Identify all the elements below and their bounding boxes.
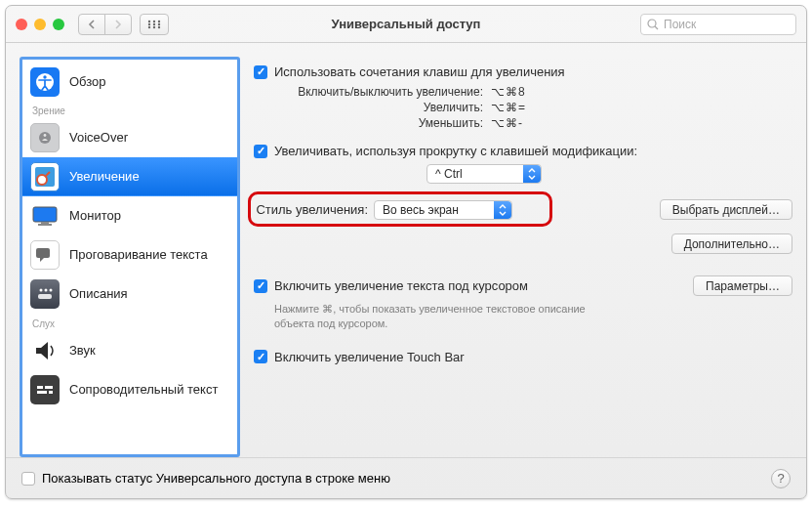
label-toggle-zoom: Включить/выключить увеличение: [254, 85, 483, 99]
hover-hint: Нажмите ⌘, чтобы показать увеличенное те… [274, 302, 626, 332]
accessibility-icon [30, 67, 60, 97]
zoom-icon [30, 162, 60, 191]
checkbox-use-shortcuts[interactable] [254, 65, 267, 79]
checkbox-hover-text[interactable] [254, 279, 267, 293]
grid-icon [147, 20, 161, 29]
speaker-icon [30, 336, 60, 365]
choose-display-button[interactable]: Выбрать дисплей… [660, 199, 792, 220]
svg-point-5 [158, 25, 160, 27]
svg-point-9 [648, 20, 656, 27]
chevron-updown-icon [523, 165, 541, 183]
zoom-style-value: Во весь экран [383, 203, 459, 217]
voiceover-icon [30, 123, 60, 152]
sidebar: Обзор Зрение VoiceOver Увеличение [20, 57, 240, 457]
sidebar-item-label: Описания [69, 286, 128, 301]
svg-point-0 [148, 20, 150, 21]
search-icon [647, 19, 659, 30]
value-zoom-out: ⌥⌘- [491, 116, 523, 130]
advanced-button[interactable]: Дополнительно… [671, 233, 792, 254]
content-pane: Использовать сочетания клавиш для увелич… [254, 57, 792, 457]
sidebar-item-overview[interactable]: Обзор [22, 64, 237, 101]
chevron-updown-icon [494, 201, 511, 219]
checkbox-show-menu-status[interactable] [21, 472, 35, 486]
svg-point-12 [43, 75, 46, 78]
sidebar-item-label: Звук [69, 343, 96, 358]
svg-point-2 [158, 20, 160, 21]
value-toggle-zoom: ⌥⌘8 [491, 85, 526, 99]
sidebar-item-audio[interactable]: Звук [22, 331, 237, 370]
close-window-button[interactable] [16, 19, 27, 30]
speech-icon [30, 240, 60, 270]
sidebar-item-label: Монитор [69, 208, 121, 223]
value-zoom-in: ⌥⌘= [491, 101, 526, 114]
body: Обзор Зрение VoiceOver Увеличение [6, 43, 806, 498]
svg-point-14 [44, 134, 47, 137]
minimize-window-button[interactable] [34, 19, 46, 30]
sidebar-item-label: VoiceOver [69, 130, 128, 145]
svg-rect-20 [38, 224, 52, 226]
show-all-button[interactable] [140, 14, 169, 35]
sidebar-item-voiceover[interactable]: VoiceOver [22, 118, 237, 157]
sidebar-item-captions[interactable]: Сопроводительный текст [22, 370, 237, 409]
sidebar-item-display[interactable]: Монитор [22, 196, 237, 235]
modifier-value: ^ Ctrl [435, 167, 463, 181]
svg-point-3 [148, 25, 150, 27]
back-button[interactable] [78, 14, 105, 35]
svg-point-8 [158, 22, 160, 24]
checkbox-scroll-modifier[interactable] [254, 145, 267, 158]
zoom-window-button[interactable] [53, 19, 64, 30]
label-zoom-in: Увеличить: [254, 101, 483, 114]
sidebar-section-vision: Зрение [22, 101, 237, 118]
svg-rect-29 [37, 391, 47, 394]
label-use-shortcuts: Использовать сочетания клавиш для увелич… [274, 64, 565, 79]
label-touchbar-zoom: Включить увеличение Touch Bar [274, 350, 465, 364]
svg-point-1 [153, 20, 155, 21]
titlebar: Универсальный доступ Поиск [6, 6, 806, 43]
svg-point-25 [45, 288, 48, 291]
options-button[interactable]: Параметры… [693, 275, 792, 296]
svg-rect-19 [41, 222, 49, 224]
sidebar-item-label: Обзор [69, 74, 106, 89]
svg-line-10 [655, 26, 658, 29]
svg-rect-18 [33, 207, 57, 222]
svg-marker-22 [40, 258, 44, 262]
label-show-menu-status: Показывать статус Универсального доступа… [42, 471, 390, 486]
svg-point-13 [39, 132, 51, 144]
svg-point-6 [148, 22, 150, 24]
zoom-style-select[interactable]: Во весь экран [374, 200, 512, 220]
svg-point-26 [50, 288, 53, 291]
sidebar-item-label: Сопроводительный текст [69, 382, 218, 397]
svg-rect-28 [45, 386, 53, 389]
svg-point-24 [40, 288, 43, 291]
sidebar-item-speech[interactable]: Проговаривание текста [22, 235, 237, 275]
display-icon [30, 201, 60, 231]
sidebar-item-label: Проговаривание текста [69, 247, 208, 262]
svg-point-7 [153, 22, 155, 24]
descriptions-icon [30, 279, 60, 309]
checkbox-touchbar-zoom[interactable] [254, 350, 267, 363]
sidebar-section-hearing: Слух [22, 314, 237, 331]
svg-rect-23 [38, 294, 52, 299]
captions-icon [30, 375, 60, 404]
label-zoom-style: Стиль увеличения: [254, 202, 368, 217]
label-zoom-out: Уменьшить: [254, 116, 483, 130]
sidebar-item-zoom[interactable]: Увеличение [22, 157, 237, 196]
preferences-window: Универсальный доступ Поиск Обзор Зрение [5, 5, 807, 499]
help-button[interactable]: ? [771, 469, 791, 488]
svg-point-4 [153, 25, 155, 27]
modifier-select[interactable]: ^ Ctrl [426, 164, 542, 184]
svg-rect-30 [49, 391, 53, 394]
nav-buttons [78, 14, 132, 35]
label-scroll-modifier: Увеличивать, используя прокрутку с клави… [274, 144, 637, 158]
svg-rect-21 [36, 248, 50, 258]
forward-button[interactable] [104, 14, 132, 35]
search-input[interactable]: Поиск [640, 14, 796, 35]
label-hover-text: Включить увеличение текста под курсором [274, 278, 528, 293]
sidebar-item-descriptions[interactable]: Описания [22, 275, 237, 314]
footer: Показывать статус Универсального доступа… [6, 457, 806, 498]
sidebar-item-label: Увеличение [69, 169, 140, 184]
search-placeholder: Поиск [664, 18, 696, 31]
window-controls [16, 19, 64, 30]
svg-rect-27 [37, 386, 43, 389]
